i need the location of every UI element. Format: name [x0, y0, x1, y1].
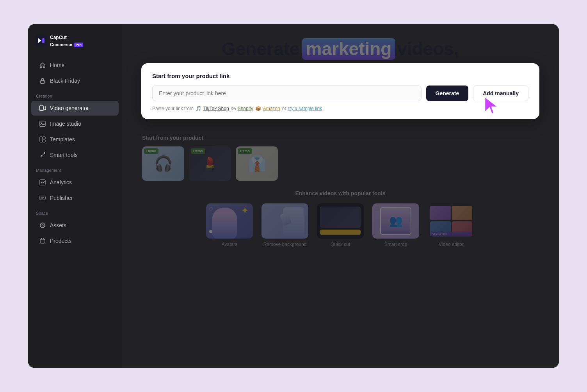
amazon-link[interactable]: Amazon: [263, 106, 280, 111]
shopify-icon: 🛍: [231, 106, 236, 111]
demo-badge: Demo: [191, 148, 205, 154]
or-text: or: [282, 106, 286, 111]
assets-icon: [39, 222, 46, 229]
product-link-input[interactable]: [152, 86, 422, 101]
svg-rect-13: [40, 239, 45, 243]
product-card-cosmetic[interactable]: Demo 💄: [189, 146, 231, 181]
smart-crop-frame: 👥: [380, 207, 411, 235]
pro-badge: Pro: [74, 43, 83, 47]
sidebar-item-label: Home: [50, 62, 64, 68]
sidebar-item-home[interactable]: Home: [31, 58, 119, 73]
tool-card-remove-background[interactable]: ⊠ Remove background: [261, 203, 309, 247]
cursor-dot: [209, 230, 212, 233]
shopify-link[interactable]: Shopify: [238, 106, 253, 111]
demo-badge: Demo: [144, 148, 158, 154]
tool-card-avatars[interactable]: ⊙ ✦ Avatars: [206, 203, 253, 247]
sidebar-item-analytics[interactable]: Analytics: [31, 175, 119, 190]
quick-cut-screen: [320, 207, 361, 228]
products-section-title: Start from your product: [142, 135, 539, 141]
templates-icon: [39, 136, 46, 143]
sidebar-item-publisher[interactable]: Publisher: [31, 191, 119, 205]
sidebar-item-image-studio[interactable]: Image studio: [31, 116, 119, 131]
tool-card-video-editor[interactable]: ⊞ Video editor Video editor: [427, 203, 475, 247]
input-row: Generate Add manually: [152, 86, 528, 101]
video-generator-icon: [39, 105, 46, 112]
paste-hint-row: Paste your link from 🎵 TikTok Shop 🛍 Sho…: [152, 106, 528, 111]
tool-card-smart-crop[interactable]: ⊡ 👥 Smart crop: [372, 203, 420, 247]
products-section: Start from your product Demo 🎧 Demo 💄 De…: [142, 135, 539, 181]
ve-clip-2: [452, 206, 473, 221]
app-window: CapCut Commerce Pro Home Black Friday Cr…: [28, 24, 559, 368]
svg-rect-7: [43, 137, 45, 139]
svg-rect-8: [43, 140, 45, 142]
sidebar-item-video-generator[interactable]: Video generator: [31, 101, 119, 116]
ve-clip-1: [430, 206, 451, 221]
sidebar: CapCut Commerce Pro Home Black Friday Cr…: [28, 24, 122, 368]
tool-card-quick-cut[interactable]: ⊠ Quick cut: [317, 203, 364, 247]
tool-label-quick-cut: Quick cut: [331, 242, 350, 247]
rmbg-visual: [283, 207, 304, 239]
hero-title-part1: Generate: [222, 39, 299, 59]
sparkle-icon: ✦: [241, 206, 248, 216]
smart-crop-icon: ⊡: [375, 206, 379, 212]
sidebar-item-templates[interactable]: Templates: [31, 132, 119, 147]
sidebar-item-assets[interactable]: Assets: [31, 218, 119, 233]
tools-grid: ⊙ ✦ Avatars ⊠ Remove background: [142, 203, 539, 247]
hero-title: Generate marketing videos,: [142, 38, 539, 60]
logo-icon: [36, 35, 47, 46]
smart-crop-figure: 👥: [381, 208, 411, 234]
svg-point-5: [41, 122, 42, 123]
product-card-headphone[interactable]: Demo 🎧: [142, 146, 184, 181]
products-icon: [39, 237, 46, 244]
sidebar-item-black-friday[interactable]: Black Friday: [31, 73, 119, 88]
generate-button[interactable]: Generate: [426, 86, 469, 101]
app-logo: CapCut Commerce Pro: [28, 32, 122, 57]
publisher-icon: [39, 194, 46, 201]
hero-title-part2: videos,: [397, 39, 459, 59]
product-link-card: Start from your product link Generate Ad…: [141, 63, 539, 119]
lock-icon: [39, 77, 46, 84]
product-link-title: Start from your product link: [152, 73, 528, 79]
tool-label-video-editor: Video editor: [439, 242, 464, 247]
tools-section: Enhance videos with popular tools ⊙ ✦ Av…: [142, 190, 539, 247]
sidebar-item-label: Analytics: [50, 179, 72, 185]
product-card-shirt[interactable]: Demo 👔: [236, 146, 278, 181]
ve-label: Video editor: [431, 232, 471, 237]
demo-badge: Demo: [238, 148, 252, 154]
sample-link[interactable]: try a sample link: [288, 106, 322, 111]
svg-rect-3: [39, 106, 44, 110]
hero-title-highlight: marketing: [302, 38, 396, 60]
products-grid: Demo 🎧 Demo 💄 Demo 👔: [142, 146, 539, 181]
tiktok-icon: 🎵: [196, 106, 201, 111]
sidebar-item-label: Black Friday: [50, 78, 80, 84]
tool-label-smart-crop: Smart crop: [384, 242, 407, 247]
sidebar-item-label: Smart tools: [50, 152, 78, 158]
smart-tools-icon: [39, 151, 46, 159]
logo-text: CapCut Commerce Pro: [50, 34, 83, 48]
tools-section-title: Enhance videos with popular tools: [142, 190, 539, 196]
section-label-management: Management: [28, 163, 122, 174]
avatar-figure: [212, 208, 237, 239]
sidebar-item-smart-tools[interactable]: Smart tools: [31, 148, 119, 162]
sidebar-item-label: Products: [50, 238, 71, 244]
amazon-icon: 📦: [255, 106, 261, 111]
tiktok-shop-link[interactable]: TikTok Shop: [203, 106, 229, 111]
svg-rect-1: [42, 38, 44, 43]
svg-rect-4: [40, 121, 45, 127]
sidebar-item-label: Assets: [50, 222, 66, 228]
svg-rect-2: [41, 80, 44, 84]
sidebar-item-products[interactable]: Products: [31, 233, 119, 248]
analytics-icon: [39, 179, 46, 186]
tool-label-avatars: Avatars: [222, 242, 237, 247]
section-label-creation: Creation: [28, 89, 122, 100]
avatars-icon: ⊙: [209, 206, 213, 212]
tool-label-remove-background: Remove background: [263, 242, 307, 247]
paste-hint-text: Paste your link from: [152, 106, 194, 111]
quick-cut-bar: [320, 230, 361, 235]
image-studio-icon: [39, 120, 46, 127]
add-manually-button[interactable]: Add manually: [473, 86, 528, 101]
remove-bg-icon: ⊠: [264, 206, 269, 212]
home-icon: [39, 62, 46, 69]
svg-point-12: [42, 225, 43, 226]
section-label-space: Space: [28, 206, 122, 217]
